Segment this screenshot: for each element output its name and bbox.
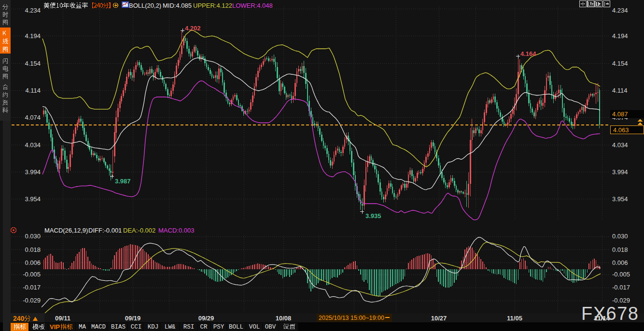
svg-text:KDJ: KDJ xyxy=(148,324,159,331)
svg-text:3.954: 3.954 xyxy=(25,195,41,203)
svg-text:4.194: 4.194 xyxy=(25,32,41,40)
svg-text:DIFF:-0.001: DIFF:-0.001 xyxy=(88,227,122,234)
svg-text:4.034: 4.034 xyxy=(25,141,41,149)
svg-text:4.154: 4.154 xyxy=(612,60,628,67)
svg-text:BIAS: BIAS xyxy=(111,324,126,331)
svg-text:LOWER:4.048: LOWER:4.048 xyxy=(232,2,273,9)
svg-text:-0.029: -0.029 xyxy=(23,297,41,304)
svg-text:BOLL(20,2): BOLL(20,2) xyxy=(129,2,161,9)
svg-text:3.987: 3.987 xyxy=(115,178,131,185)
svg-text:09/19: 09/19 xyxy=(125,315,141,322)
svg-text:LW&: LW& xyxy=(165,324,176,331)
svg-text:PSY: PSY xyxy=(213,324,224,331)
svg-text:09/11: 09/11 xyxy=(55,315,70,322)
svg-text:VOL: VOL xyxy=(249,324,260,331)
svg-text:0.006: 0.006 xyxy=(612,259,628,266)
svg-text:MACD(26,12,9): MACD(26,12,9) xyxy=(44,227,88,234)
svg-text:4.234: 4.234 xyxy=(25,7,41,14)
svg-text:4.202: 4.202 xyxy=(185,25,201,32)
svg-text:UPPER:4.122: UPPER:4.122 xyxy=(193,2,232,9)
svg-text:10/08: 10/08 xyxy=(276,315,292,322)
svg-text:-0.017: -0.017 xyxy=(612,284,630,291)
svg-text:11/14: 11/14 xyxy=(594,315,610,322)
svg-text:0.018: 0.018 xyxy=(25,246,41,253)
svg-text:4.063: 4.063 xyxy=(613,126,629,134)
svg-text:240: 240 xyxy=(13,315,25,322)
svg-text:3.994: 3.994 xyxy=(25,168,41,176)
svg-text:FX678: FX678 xyxy=(581,303,639,324)
svg-text:OBV: OBV xyxy=(265,324,276,331)
svg-text:09/29: 09/29 xyxy=(198,315,214,322)
svg-text:4.034: 4.034 xyxy=(612,141,628,149)
svg-text:MACD: MACD xyxy=(91,324,106,331)
svg-text:0.018: 0.018 xyxy=(612,246,628,253)
svg-text:4.194: 4.194 xyxy=(612,32,628,40)
svg-text:4.164: 4.164 xyxy=(520,50,536,57)
svg-text:-0.029: -0.029 xyxy=(612,297,630,304)
svg-text:CCI: CCI xyxy=(131,324,142,331)
svg-text:3.935: 3.935 xyxy=(365,212,381,220)
svg-text:MA: MA xyxy=(79,324,86,331)
svg-text:VIP: VIP xyxy=(50,323,60,331)
svg-text:10/27: 10/27 xyxy=(431,315,447,322)
svg-text:-0.005: -0.005 xyxy=(612,271,630,278)
svg-text:-0.005: -0.005 xyxy=(23,271,41,278)
svg-text:3.994: 3.994 xyxy=(612,168,628,176)
svg-text:4.114: 4.114 xyxy=(612,87,628,94)
svg-text:4.074: 4.074 xyxy=(25,114,41,121)
svg-text:4.087: 4.087 xyxy=(612,110,628,118)
svg-text:4.234: 4.234 xyxy=(612,7,628,14)
svg-text:0.030: 0.030 xyxy=(612,233,628,240)
svg-text:MACD:0.003: MACD:0.003 xyxy=(158,227,194,234)
svg-text:11/05: 11/05 xyxy=(507,315,522,322)
svg-text:4.154: 4.154 xyxy=(25,60,41,67)
svg-text:BOLL: BOLL xyxy=(229,324,243,331)
svg-text:4.114: 4.114 xyxy=(25,87,41,94)
svg-text:2025/10/13 15:00~19:00: 2025/10/13 15:00~19:00 xyxy=(319,315,384,321)
svg-text:3.954: 3.954 xyxy=(612,195,628,203)
svg-text:-0.017: -0.017 xyxy=(23,284,41,291)
svg-text:CR: CR xyxy=(200,324,208,331)
svg-text:0.030: 0.030 xyxy=(25,233,41,240)
svg-text:DEA:-0.002: DEA:-0.002 xyxy=(123,227,155,234)
svg-text:MID:4.085: MID:4.085 xyxy=(163,2,192,9)
svg-text:0.006: 0.006 xyxy=(25,259,41,266)
svg-text:RSI: RSI xyxy=(183,324,195,331)
